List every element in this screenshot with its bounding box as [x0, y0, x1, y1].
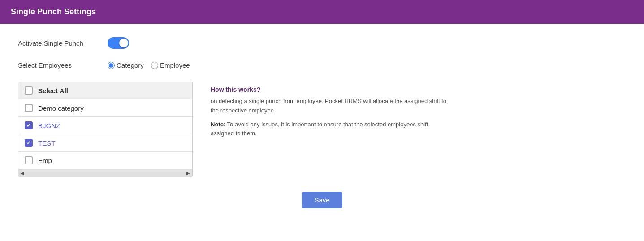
horizontal-scrollbar: ◀ ▶: [18, 169, 192, 177]
checkbox-emp[interactable]: [25, 156, 33, 164]
emp-label: Emp: [38, 157, 52, 164]
info-panel-note: Note: To avoid any issues, it is importa…: [211, 120, 453, 139]
page-title: Single Punch Settings: [11, 7, 96, 16]
activate-single-punch-label: Activate Single Punch: [18, 39, 108, 47]
info-panel: How this works? on detecting a single pu…: [211, 82, 453, 138]
checkbox-select-all[interactable]: [25, 86, 33, 95]
radio-category-option[interactable]: Category: [108, 61, 144, 69]
checkbox-test[interactable]: [25, 139, 33, 147]
toggle-slider: [108, 37, 129, 49]
content-area: Activate Single Punch Select Employees C…: [0, 24, 644, 222]
scroll-right-arrow[interactable]: ▶: [184, 169, 192, 177]
radio-employee-input[interactable]: [151, 62, 158, 69]
list-item-select-all[interactable]: Select All: [18, 82, 192, 99]
checkbox-demo-category[interactable]: [25, 104, 33, 112]
list-item-bjgnz[interactable]: BJGNZ: [18, 117, 192, 134]
checkbox-bjgnz[interactable]: [25, 121, 33, 129]
bjgnz-label: BJGNZ: [38, 122, 60, 129]
radio-group: Category Employee: [108, 61, 190, 69]
save-button[interactable]: Save: [302, 192, 342, 208]
activate-single-punch-row: Activate Single Punch: [18, 37, 626, 49]
radio-employee-label: Employee: [160, 61, 190, 69]
activate-toggle[interactable]: [108, 37, 129, 49]
radio-category-input[interactable]: [108, 62, 115, 69]
list-item-test[interactable]: TEST: [18, 134, 192, 152]
select-all-label: Select All: [38, 87, 68, 95]
info-panel-text: on detecting a single punch from employe…: [211, 97, 453, 116]
test-label: TEST: [38, 139, 55, 147]
select-employees-label: Select Employees: [18, 61, 108, 69]
page-container: Single Punch Settings Activate Single Pu…: [0, 0, 644, 241]
list-section: Select All Demo category BJGNZ: [18, 82, 626, 177]
list-item-demo-category[interactable]: Demo category: [18, 99, 192, 117]
list-scroll-area[interactable]: Select All Demo category BJGNZ: [18, 82, 192, 169]
h-scroll-track: [26, 169, 184, 177]
select-employees-row: Select Employees Category Employee: [18, 61, 626, 69]
category-list-container: Select All Demo category BJGNZ: [18, 82, 193, 177]
save-area: Save: [18, 192, 626, 208]
demo-category-label: Demo category: [38, 104, 84, 112]
list-item-emp[interactable]: Emp: [18, 152, 192, 169]
note-text: To avoid any issues, it is important to …: [211, 121, 428, 137]
note-label: Note:: [211, 121, 225, 128]
info-panel-title: How this works?: [211, 86, 453, 93]
header: Single Punch Settings: [0, 0, 644, 24]
radio-category-label: Category: [117, 61, 144, 69]
radio-employee-option[interactable]: Employee: [151, 61, 190, 69]
scroll-left-arrow[interactable]: ◀: [18, 169, 26, 177]
